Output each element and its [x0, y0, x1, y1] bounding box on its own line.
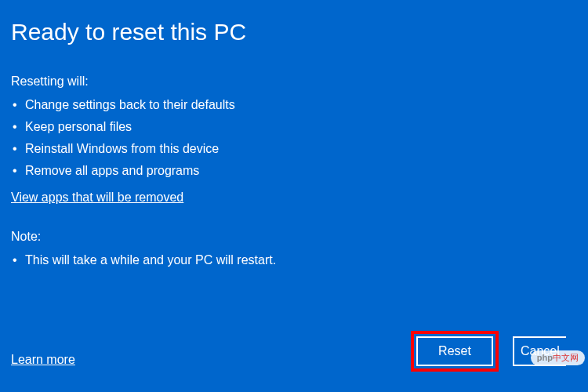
cancel-button[interactable]: Cancel: [513, 336, 566, 366]
note-list: This will take a while and your PC will …: [11, 249, 566, 271]
note-label: Note:: [11, 226, 566, 248]
list-item: Remove all apps and programs: [11, 160, 566, 182]
view-apps-link[interactable]: View apps that will be removed: [11, 187, 183, 209]
bullet-text: Change settings back to their defaults: [25, 98, 235, 111]
list-item: Change settings back to their defaults: [11, 94, 566, 116]
note-bullet-text: This will take a while and your PC will …: [25, 253, 276, 267]
list-item: Keep personal files: [11, 116, 566, 138]
reset-button[interactable]: Reset: [416, 336, 493, 366]
list-item: Reinstall Windows from this device: [11, 138, 566, 160]
highlight-box: Reset: [411, 331, 499, 372]
list-item: This will take a while and your PC will …: [11, 249, 566, 271]
page-title: Ready to reset this PC: [11, 19, 566, 45]
footer: Learn more Reset Cancel: [11, 331, 566, 376]
reset-actions-list: Change settings back to their defaults K…: [11, 94, 566, 182]
bullet-text: Keep personal files: [25, 120, 132, 133]
resetting-label: Resetting will:: [11, 71, 566, 93]
button-row: Reset Cancel: [411, 331, 566, 372]
bullet-text: Remove all apps and programs: [25, 164, 199, 177]
bullet-text: Reinstall Windows from this device: [25, 142, 219, 155]
learn-more-link[interactable]: Learn more: [11, 353, 75, 372]
body-section: Resetting will: Change settings back to …: [11, 71, 566, 331]
reset-dialog: Ready to reset this PC Resetting will: C…: [0, 0, 588, 392]
